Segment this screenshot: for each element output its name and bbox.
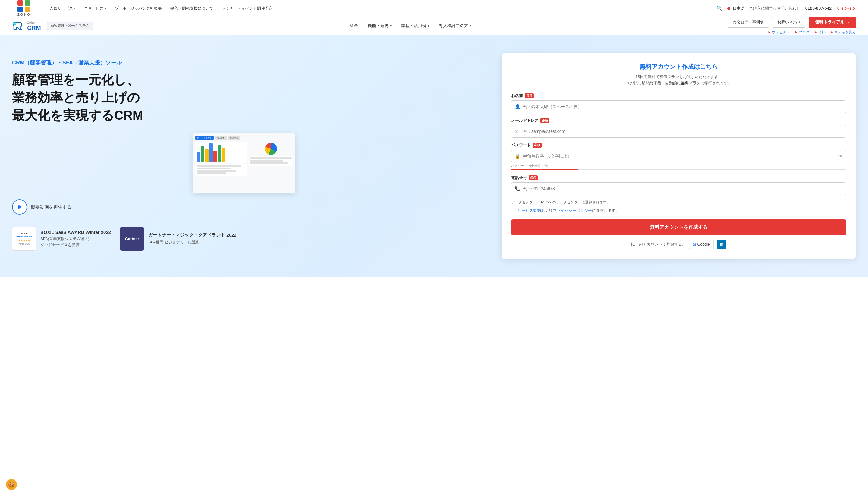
- password-input-wrapper: 🔒 👁: [511, 150, 846, 162]
- second-nav: Zoho CRM 顧客管理・SFAシステム 料金 機能・連携 ▾ 業種・活用例 …: [0, 17, 868, 35]
- boxil-text: BOXIL SaaS AWARD Winter 2022 SFA(営業支援システ…: [41, 230, 111, 248]
- chevron-down-icon: ▾: [105, 6, 106, 10]
- sub-link-blog[interactable]: ▶ ブログ: [795, 30, 809, 35]
- zoho-wordmark: ZOHO: [17, 13, 31, 16]
- nav-company[interactable]: ゾーホージャパン会社概要: [111, 4, 166, 13]
- zoho-logo[interactable]: ZOHO: [12, 0, 36, 16]
- logo-sq-red: [17, 0, 23, 6]
- crm-badge: 顧客管理・SFAシステム: [47, 22, 93, 30]
- top-nav: ZOHO 人気サービス ▾ 全サービス ▾ ゾーホージャパン会社概要 導入・開発…: [0, 0, 868, 17]
- chevron-down-icon: ▾: [74, 6, 76, 10]
- nav-support[interactable]: 導入・開発支援について: [167, 4, 217, 13]
- email-field-group: メールアドレス 必須 ✉: [511, 118, 846, 138]
- top-nav-menu: 人気サービス ▾ 全サービス ▾ ゾーホージャパン会社概要 導入・開発支援につい…: [46, 4, 276, 13]
- crm-brand-name: Zoho CRM: [27, 20, 41, 31]
- phone-number: 0120-007-542: [805, 6, 832, 11]
- name-label: お名前 必須: [511, 93, 846, 98]
- google-g-icon: G: [693, 242, 696, 247]
- play-icon: ▶: [17, 203, 23, 211]
- social-login-section: 以下のアカウントで登録する。 G Google in: [511, 239, 846, 249]
- required-badge: 必須: [540, 118, 549, 123]
- submit-button[interactable]: 無料アカウントを作成する: [511, 219, 846, 235]
- contact-button[interactable]: お問い合わせ: [772, 17, 806, 28]
- password-field-group: パスワード 必須 🔒 👁 パスワードの安全性：低: [511, 142, 846, 170]
- crm-brand[interactable]: Zoho CRM: [12, 20, 41, 31]
- phone-input[interactable]: [511, 182, 846, 195]
- strength-bar: [511, 169, 846, 170]
- top-nav-right: 🔍 日本語 ご購入に関するお問い合わせ： 0120-007-542 サインイン: [716, 5, 856, 11]
- search-icon[interactable]: 🔍: [716, 5, 723, 11]
- privacy-link[interactable]: プライバシーポリシー: [553, 208, 592, 213]
- name-input[interactable]: [511, 100, 846, 113]
- person-icon: 👤: [515, 104, 521, 109]
- required-badge: 必須: [525, 93, 534, 98]
- chevron-down-icon: ▾: [428, 24, 429, 27]
- sub-links: ▶ ウェビナー ▶ ブログ ▶ 資料 ▶ 🖥デモを見る: [768, 30, 856, 35]
- play-button[interactable]: ▶: [12, 200, 27, 215]
- play-btn-container: ▶ 概要動画を再生する: [12, 200, 476, 215]
- hero-title: 顧客管理を一元化し、業務効率と売り上げの最大化を実現するCRM: [12, 71, 476, 124]
- logo-sq-blue: [17, 6, 23, 12]
- top-nav-left: ZOHO 人気サービス ▾ 全サービス ▾ ゾーホージャパン会社概要 導入・開発…: [12, 0, 276, 16]
- hero-left: CRM（顧客管理）・SFA（営業支援）ツール 顧客管理を一元化し、業務効率と売り…: [12, 53, 476, 251]
- google-login-button[interactable]: G Google: [689, 240, 714, 249]
- nav-all-services[interactable]: 全サービス ▾: [80, 4, 110, 13]
- sub-link-webinar[interactable]: ▶ ウェビナー: [768, 30, 790, 35]
- sub-link-demo[interactable]: ▶ 🖥デモを見る: [830, 30, 856, 35]
- inquiry-label: ご購入に関するお問い合わせ： 0120-007-542: [749, 6, 832, 11]
- terms-checkbox[interactable]: [511, 208, 515, 213]
- hero-right: 無料アカウント作成はこちら 15日間無料で有償プランをお試しいただけます。 ※お…: [501, 53, 856, 259]
- linkedin-login-button[interactable]: in: [717, 239, 726, 249]
- award-gartner: Gartner ガートナー・マジック・クアドラント 2022 SFA部門 ビジョ…: [120, 227, 237, 251]
- terms-link[interactable]: サービス規約: [517, 208, 541, 213]
- award-boxil: BOXIL Good Service ★★★★★ Winter 2022 BOX…: [12, 227, 111, 251]
- phone-input-wrapper: 📞: [511, 182, 846, 195]
- catalog-button[interactable]: カタログ・事例集: [728, 17, 769, 28]
- nav-popular-services[interactable]: 人気サービス ▾: [46, 4, 79, 13]
- hero-subtitle: CRM（顧客管理）・SFA（営業支援）ツール: [12, 59, 476, 66]
- hero-dashboard-image: ダッシュボード 売上分析 顧客一覧: [193, 133, 295, 193]
- sub-link-docs[interactable]: ▶ 資料: [815, 30, 825, 35]
- social-login-label: 以下のアカウントで登録する。: [631, 242, 686, 247]
- email-icon: ✉: [515, 129, 519, 134]
- language-selector[interactable]: 日本語: [727, 6, 744, 11]
- second-nav-menu: 料金 機能・連携 ▾ 業種・活用例 ▾ 導入検討中の方 ▾: [345, 21, 475, 30]
- nav-seminar[interactable]: セミナー・イベント開催予定: [218, 4, 276, 13]
- phone-icon: 📞: [515, 186, 521, 191]
- data-center-note: データセンター：JAPAN のデータセンターに登録されます。: [511, 200, 846, 205]
- logo-sq-green: [25, 0, 30, 6]
- signin-button[interactable]: サインイン: [836, 6, 856, 11]
- second-nav-actions: カタログ・事例集 お問い合わせ 無料トライアル → ▶ ウェビナー ▶ ブログ …: [728, 17, 856, 35]
- boxil-badge: BOXIL Good Service ★★★★★ Winter 2022: [12, 227, 36, 251]
- phone-field-group: 電話番号 必須 📞: [511, 175, 846, 195]
- trial-button[interactable]: 無料トライアル →: [809, 17, 856, 28]
- visibility-icon[interactable]: 👁: [838, 153, 843, 158]
- nav-consideration[interactable]: 導入検討中の方 ▾: [435, 21, 475, 30]
- email-label: メールアドレス 必須: [511, 118, 846, 123]
- second-nav-brand: Zoho CRM 顧客管理・SFAシステム: [12, 20, 93, 31]
- crm-logo-icon: [12, 21, 24, 31]
- chevron-down-icon: ▾: [390, 24, 391, 27]
- terms-row: サービス規約およびプライバシーポリシーに同意します。: [511, 208, 846, 213]
- play-label: 概要動画を再生する: [31, 204, 72, 210]
- password-strength-label: パスワードの安全性：低: [511, 164, 846, 170]
- phone-label: 電話番号 必須: [511, 175, 846, 181]
- lang-dot: [727, 7, 730, 10]
- signup-form-panel: 無料アカウント作成はこちら 15日間無料で有償プランをお試しいただけます。 ※お…: [501, 53, 856, 259]
- password-label: パスワード 必須: [511, 142, 846, 148]
- form-description: 15日間無料で有償プランをお試しいただけます。 ※お試し期間終了後、自動的に無料…: [511, 74, 846, 87]
- svg-point-0: [13, 22, 16, 25]
- gartner-text: ガートナー・マジック・クアドラント 2022 SFA部門 ビジョナリーに選出: [148, 232, 237, 245]
- nav-pricing[interactable]: 料金: [345, 21, 362, 30]
- form-title: 無料アカウント作成はこちら: [511, 63, 846, 71]
- email-input[interactable]: [511, 125, 846, 138]
- nav-industry[interactable]: 業種・活用例 ▾: [397, 21, 433, 30]
- gartner-badge: Gartner: [120, 227, 144, 251]
- name-input-wrapper: 👤: [511, 100, 846, 113]
- logo-sq-yellow: [25, 6, 30, 12]
- name-field-group: お名前 必須 👤: [511, 93, 846, 113]
- required-badge: 必須: [529, 175, 538, 180]
- nav-features[interactable]: 機能・連携 ▾: [363, 21, 396, 30]
- password-input[interactable]: [511, 150, 846, 162]
- email-input-wrapper: ✉: [511, 125, 846, 138]
